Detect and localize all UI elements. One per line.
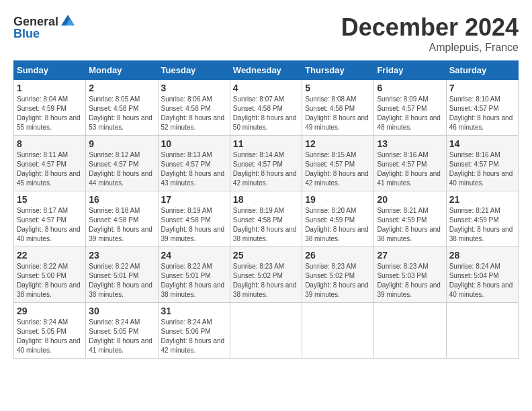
calendar-cell: 22 Sunrise: 8:22 AM Sunset: 5:00 PM Dayl… [14,247,86,303]
calendar-cell [374,303,446,359]
calendar-cell: 8 Sunrise: 8:11 AM Sunset: 4:57 PM Dayli… [14,136,86,191]
day-number: 27 [377,250,443,261]
day-number: 14 [449,138,515,149]
day-number: 2 [89,83,154,93]
day-number: 17 [161,194,227,205]
location-title: Amplepuis, France [341,42,519,54]
day-info: Sunrise: 8:24 AM Sunset: 5:05 PM Dayligh… [89,318,154,355]
day-info: Sunrise: 8:23 AM Sunset: 5:02 PM Dayligh… [305,262,371,300]
day-info: Sunrise: 8:05 AM Sunset: 4:58 PM Dayligh… [89,95,154,132]
day-info: Sunrise: 8:22 AM Sunset: 5:01 PM Dayligh… [161,262,227,300]
calendar-cell [302,303,374,359]
day-number: 5 [305,83,371,93]
calendar-cell: 3 Sunrise: 8:06 AM Sunset: 4:58 PM Dayli… [158,80,230,136]
day-number: 10 [161,138,227,149]
calendar-cell: 11 Sunrise: 8:14 AM Sunset: 4:57 PM Dayl… [230,136,302,191]
day-info: Sunrise: 8:23 AM Sunset: 5:03 PM Dayligh… [377,262,443,300]
day-number: 31 [161,306,227,316]
calendar-cell: 30 Sunrise: 8:24 AM Sunset: 5:05 PM Dayl… [86,303,158,359]
day-number: 4 [233,83,299,93]
day-info: Sunrise: 8:07 AM Sunset: 4:58 PM Dayligh… [233,95,299,132]
calendar: SundayMondayTuesdayWednesdayThursdayFrid… [13,60,519,359]
calendar-cell: 21 Sunrise: 8:21 AM Sunset: 4:59 PM Dayl… [446,191,518,247]
day-number: 3 [161,83,227,93]
day-number: 12 [305,138,371,149]
day-number: 6 [377,83,443,93]
day-info: Sunrise: 8:04 AM Sunset: 4:59 PM Dayligh… [17,95,83,132]
calendar-cell: 10 Sunrise: 8:13 AM Sunset: 4:57 PM Dayl… [158,136,230,191]
calendar-cell: 27 Sunrise: 8:23 AM Sunset: 5:03 PM Dayl… [374,247,446,303]
day-number: 13 [377,138,443,149]
calendar-cell: 16 Sunrise: 8:18 AM Sunset: 4:58 PM Dayl… [86,191,158,247]
day-info: Sunrise: 8:06 AM Sunset: 4:58 PM Dayligh… [161,95,227,132]
day-info: Sunrise: 8:24 AM Sunset: 5:05 PM Dayligh… [17,318,83,355]
day-number: 21 [449,194,515,205]
month-title: December 2024 [341,13,519,42]
calendar-cell: 2 Sunrise: 8:05 AM Sunset: 4:58 PM Dayli… [86,80,158,136]
day-number: 22 [17,250,83,261]
day-info: Sunrise: 8:13 AM Sunset: 4:57 PM Dayligh… [161,150,227,188]
day-number: 20 [377,194,443,205]
calendar-cell: 13 Sunrise: 8:16 AM Sunset: 4:57 PM Dayl… [374,136,446,191]
calendar-cell: 6 Sunrise: 8:09 AM Sunset: 4:57 PM Dayli… [374,80,446,136]
calendar-week-5: 29 Sunrise: 8:24 AM Sunset: 5:05 PM Dayl… [14,303,519,359]
day-info: Sunrise: 8:17 AM Sunset: 4:57 PM Dayligh… [17,206,83,244]
day-number: 23 [89,250,154,261]
calendar-cell: 17 Sunrise: 8:19 AM Sunset: 4:58 PM Dayl… [158,191,230,247]
day-info: Sunrise: 8:10 AM Sunset: 4:57 PM Dayligh… [449,95,515,132]
day-number: 15 [17,194,83,205]
calendar-cell: 31 Sunrise: 8:24 AM Sunset: 5:06 PM Dayl… [158,303,230,359]
day-info: Sunrise: 8:12 AM Sunset: 4:57 PM Dayligh… [89,150,154,188]
day-info: Sunrise: 8:20 AM Sunset: 4:59 PM Dayligh… [305,206,371,244]
day-info: Sunrise: 8:21 AM Sunset: 4:59 PM Dayligh… [449,206,515,244]
calendar-cell: 4 Sunrise: 8:07 AM Sunset: 4:58 PM Dayli… [230,80,302,136]
day-info: Sunrise: 8:23 AM Sunset: 5:02 PM Dayligh… [233,262,299,300]
calendar-cell: 12 Sunrise: 8:15 AM Sunset: 4:57 PM Dayl… [302,136,374,191]
weekday-header-sunday: Sunday [14,61,86,80]
day-number: 7 [449,83,515,93]
calendar-cell: 15 Sunrise: 8:17 AM Sunset: 4:57 PM Dayl… [14,191,86,247]
day-number: 28 [449,250,515,261]
calendar-cell: 25 Sunrise: 8:23 AM Sunset: 5:02 PM Dayl… [230,247,302,303]
calendar-cell: 9 Sunrise: 8:12 AM Sunset: 4:57 PM Dayli… [86,136,158,191]
header-area: General Blue December 2024 Amplepuis, Fr… [13,13,519,54]
day-number: 25 [233,250,299,261]
day-info: Sunrise: 8:08 AM Sunset: 4:58 PM Dayligh… [305,95,371,132]
day-info: Sunrise: 8:09 AM Sunset: 4:57 PM Dayligh… [377,95,443,132]
day-number: 24 [161,250,227,261]
day-info: Sunrise: 8:16 AM Sunset: 4:57 PM Dayligh… [449,150,515,188]
calendar-week-1: 1 Sunrise: 8:04 AM Sunset: 4:59 PM Dayli… [14,80,519,136]
day-number: 19 [305,194,371,205]
weekday-header-friday: Friday [374,61,446,80]
calendar-cell: 26 Sunrise: 8:23 AM Sunset: 5:02 PM Dayl… [302,247,374,303]
day-number: 1 [17,83,83,93]
calendar-week-3: 15 Sunrise: 8:17 AM Sunset: 4:57 PM Dayl… [14,191,519,247]
weekday-header-wednesday: Wednesday [230,61,302,80]
calendar-cell: 28 Sunrise: 8:24 AM Sunset: 5:04 PM Dayl… [446,247,518,303]
day-info: Sunrise: 8:22 AM Sunset: 5:01 PM Dayligh… [89,262,154,300]
day-info: Sunrise: 8:16 AM Sunset: 4:57 PM Dayligh… [377,150,443,188]
weekday-header-saturday: Saturday [446,61,518,80]
calendar-cell [446,303,518,359]
logo-icon [60,13,76,30]
weekday-header-tuesday: Tuesday [158,61,230,80]
day-info: Sunrise: 8:21 AM Sunset: 4:59 PM Dayligh… [377,206,443,244]
day-info: Sunrise: 8:24 AM Sunset: 5:04 PM Dayligh… [449,262,515,300]
calendar-cell: 14 Sunrise: 8:16 AM Sunset: 4:57 PM Dayl… [446,136,518,191]
logo: General Blue [13,13,76,41]
calendar-cell: 19 Sunrise: 8:20 AM Sunset: 4:59 PM Dayl… [302,191,374,247]
day-number: 26 [305,250,371,261]
calendar-cell: 18 Sunrise: 8:19 AM Sunset: 4:58 PM Dayl… [230,191,302,247]
logo-blue: Blue [13,27,40,41]
calendar-week-2: 8 Sunrise: 8:11 AM Sunset: 4:57 PM Dayli… [14,136,519,191]
day-info: Sunrise: 8:24 AM Sunset: 5:06 PM Dayligh… [161,318,227,355]
day-info: Sunrise: 8:19 AM Sunset: 4:58 PM Dayligh… [233,206,299,244]
calendar-cell [230,303,302,359]
calendar-cell: 20 Sunrise: 8:21 AM Sunset: 4:59 PM Dayl… [374,191,446,247]
calendar-cell: 29 Sunrise: 8:24 AM Sunset: 5:05 PM Dayl… [14,303,86,359]
day-info: Sunrise: 8:18 AM Sunset: 4:58 PM Dayligh… [89,206,154,244]
day-number: 29 [17,306,83,316]
day-number: 9 [89,138,154,149]
calendar-cell: 5 Sunrise: 8:08 AM Sunset: 4:58 PM Dayli… [302,80,374,136]
weekday-header-monday: Monday [86,61,158,80]
